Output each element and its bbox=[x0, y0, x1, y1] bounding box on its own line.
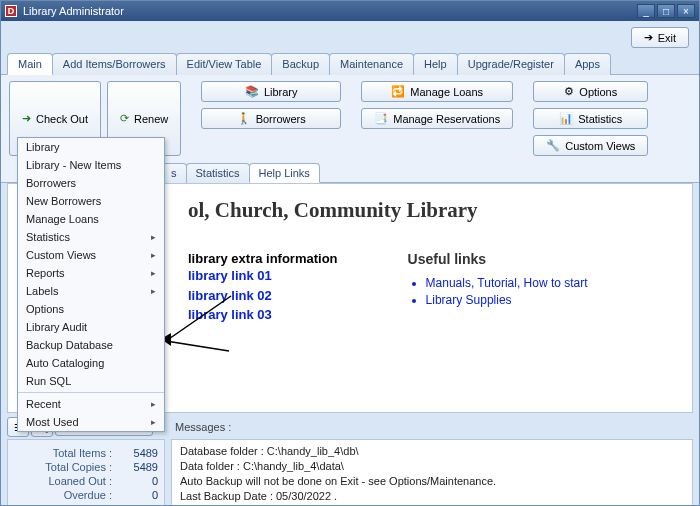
stat-row: Loaned Out :0 bbox=[12, 474, 160, 488]
main-tabset: MainAdd Items/BorrowersEdit/View TableBa… bbox=[1, 52, 699, 75]
borrowers-label: Borrowers bbox=[256, 113, 306, 125]
tab-edit-view-table[interactable]: Edit/View Table bbox=[176, 53, 273, 75]
stat-row: Overdue :0 bbox=[12, 488, 160, 502]
arrow-right-icon: ➜ bbox=[22, 112, 31, 125]
stat-value: 0 bbox=[118, 489, 158, 501]
manage-reservations-label: Manage Reservations bbox=[393, 113, 500, 125]
borrowers-button[interactable]: 🚶Borrowers bbox=[201, 108, 341, 129]
library-button[interactable]: 📚Library bbox=[201, 81, 341, 102]
reservations-icon: 📑 bbox=[374, 112, 388, 125]
menu-item-recent[interactable]: Recent bbox=[18, 395, 164, 413]
options-label: Options bbox=[579, 86, 617, 98]
custom-views-button[interactable]: 🔧Custom Views bbox=[533, 135, 648, 156]
tab-upgrade-register[interactable]: Upgrade/Register bbox=[457, 53, 565, 75]
library-link-1[interactable]: library link 01 bbox=[188, 266, 338, 286]
library-dropdown-menu: LibraryLibrary - New ItemsBorrowersNew B… bbox=[17, 137, 165, 432]
useful-links-heading: Useful links bbox=[408, 251, 588, 267]
statistics-button[interactable]: 📊Statistics bbox=[533, 108, 648, 129]
tab-main[interactable]: Main bbox=[7, 53, 53, 75]
menu-separator bbox=[18, 392, 164, 393]
views-icon: 🔧 bbox=[546, 139, 560, 152]
exit-button[interactable]: ➔ Exit bbox=[631, 27, 689, 48]
menu-item-run-sql[interactable]: Run SQL bbox=[18, 372, 164, 390]
page-title: ol, Church, Community Library bbox=[188, 198, 678, 223]
menu-item-auto-cataloging[interactable]: Auto Cataloging bbox=[18, 354, 164, 372]
statistics-label: Statistics bbox=[578, 113, 622, 125]
titlebar: D Library Administrator _ □ × bbox=[1, 1, 699, 21]
extra-info-heading: library extra information bbox=[188, 251, 338, 266]
minimize-button[interactable]: _ bbox=[637, 4, 655, 18]
tab-add-items-borrowers[interactable]: Add Items/Borrowers bbox=[52, 53, 177, 75]
renew-icon: ⟳ bbox=[120, 112, 129, 125]
menu-item-borrowers[interactable]: Borrowers bbox=[18, 174, 164, 192]
stat-label: Loaned Out : bbox=[14, 475, 118, 487]
stat-label: Total Copies : bbox=[14, 461, 118, 473]
menu-item-custom-views[interactable]: Custom Views bbox=[18, 246, 164, 264]
manage-loans-label: Manage Loans bbox=[410, 86, 483, 98]
message-line: Auto Backup will not be done on Exit - s… bbox=[180, 474, 684, 489]
menu-item-manage-loans[interactable]: Manage Loans bbox=[18, 210, 164, 228]
app-icon: D bbox=[5, 5, 17, 17]
menu-item-options[interactable]: Options bbox=[18, 300, 164, 318]
library-label: Library bbox=[264, 86, 298, 98]
exit-label: Exit bbox=[658, 32, 676, 44]
stat-row: Total Copies :5489 bbox=[12, 460, 160, 474]
close-button[interactable]: × bbox=[677, 4, 695, 18]
useful-link-1[interactable]: Manuals, Tutorial, How to start bbox=[426, 275, 588, 292]
menu-item-most-used[interactable]: Most Used bbox=[18, 413, 164, 431]
stat-label: Total Items : bbox=[14, 447, 118, 459]
custom-views-label: Custom Views bbox=[565, 140, 635, 152]
stats-pane: Total Items :5489Total Copies :5489Loane… bbox=[7, 439, 165, 506]
stat-row: Total Borrowers :137 bbox=[12, 502, 160, 506]
exit-icon: ➔ bbox=[644, 31, 653, 44]
tab-statistics[interactable]: Statistics bbox=[186, 163, 250, 183]
manage-reservations-button[interactable]: 📑Manage Reservations bbox=[361, 108, 513, 129]
messages-pane: Database folder : C:\handy_lib_4\db\Data… bbox=[171, 439, 693, 506]
manage-loans-button[interactable]: 🔁Manage Loans bbox=[361, 81, 513, 102]
tab-apps[interactable]: Apps bbox=[564, 53, 611, 75]
window-title: Library Administrator bbox=[23, 5, 124, 17]
stat-label: Overdue : bbox=[14, 489, 118, 501]
check-out-label: Check Out bbox=[36, 113, 88, 125]
menu-item-library[interactable]: Library bbox=[18, 138, 164, 156]
renew-label: Renew bbox=[134, 113, 168, 125]
options-button[interactable]: ⚙Options bbox=[533, 81, 648, 102]
useful-link-2[interactable]: Library Supplies bbox=[426, 292, 588, 309]
menu-item-statistics[interactable]: Statistics bbox=[18, 228, 164, 246]
maximize-button[interactable]: □ bbox=[657, 4, 675, 18]
chart-icon: 📊 bbox=[559, 112, 573, 125]
stat-value: 0 bbox=[118, 475, 158, 487]
message-line: Last Backup Date : 05/30/2022 . bbox=[180, 489, 684, 504]
menu-item-library-new-items[interactable]: Library - New Items bbox=[18, 156, 164, 174]
menu-item-backup-database[interactable]: Backup Database bbox=[18, 336, 164, 354]
tab-maintenance[interactable]: Maintenance bbox=[329, 53, 414, 75]
message-line: Database folder : C:\handy_lib_4\db\ bbox=[180, 444, 684, 459]
stat-value: 5489 bbox=[118, 461, 158, 473]
messages-label: Messages : bbox=[173, 417, 231, 435]
stat-value: 5489 bbox=[118, 447, 158, 459]
menu-item-labels[interactable]: Labels bbox=[18, 282, 164, 300]
tab-help[interactable]: Help bbox=[413, 53, 458, 75]
menu-item-reports[interactable]: Reports bbox=[18, 264, 164, 282]
menu-item-library-audit[interactable]: Library Audit bbox=[18, 318, 164, 336]
tab-backup[interactable]: Backup bbox=[271, 53, 330, 75]
person-icon: 🚶 bbox=[237, 112, 251, 125]
stat-row: Total Items :5489 bbox=[12, 446, 160, 460]
tab-help-links[interactable]: Help Links bbox=[249, 163, 320, 183]
gear-icon: ⚙ bbox=[564, 85, 574, 98]
library-link-3[interactable]: library link 03 bbox=[188, 305, 338, 325]
books-icon: 📚 bbox=[245, 85, 259, 98]
message-line: Data folder : C:\handy_lib_4\data\ bbox=[180, 459, 684, 474]
loans-icon: 🔁 bbox=[391, 85, 405, 98]
library-link-2[interactable]: library link 02 bbox=[188, 286, 338, 306]
menu-item-new-borrowers[interactable]: New Borrowers bbox=[18, 192, 164, 210]
